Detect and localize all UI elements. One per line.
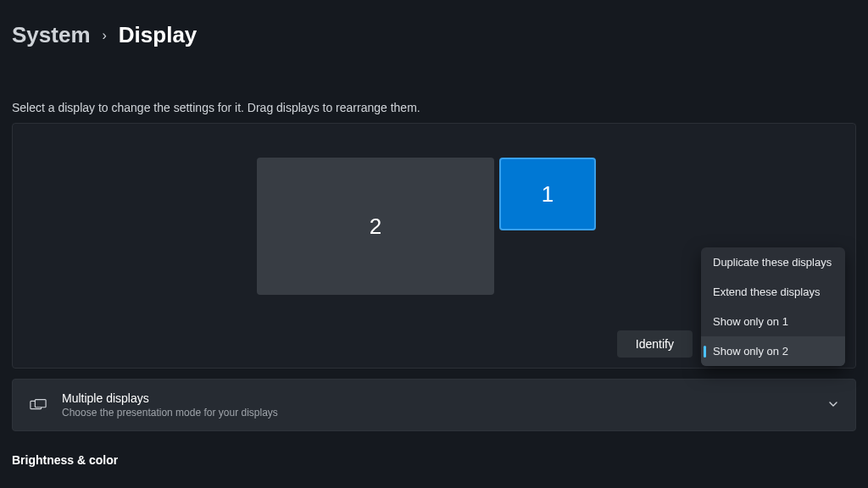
multiple-displays-text: Multiple displays Choose the presentatio… [62, 391, 813, 419]
dropdown-option-duplicate[interactable]: Duplicate these displays [701, 247, 845, 277]
multiple-displays-row[interactable]: Multiple displays Choose the presentatio… [12, 379, 856, 431]
monitor-tile-2[interactable]: 2 [257, 158, 494, 295]
svg-rect-1 [35, 400, 46, 408]
display-arrangement-panel: 2 1 Identify Duplicate these displays Ex… [12, 123, 856, 369]
dropdown-option-show-only-1[interactable]: Show only on 1 [701, 307, 845, 336]
identify-button[interactable]: Identify [617, 330, 693, 358]
display-mode-dropdown: Duplicate these displays Extend these di… [701, 247, 845, 366]
chevron-down-icon [828, 399, 838, 412]
breadcrumb: System › Display [0, 0, 868, 48]
dropdown-option-extend[interactable]: Extend these displays [701, 277, 845, 307]
monitor-tile-1[interactable]: 1 [499, 158, 596, 230]
dropdown-option-show-only-2[interactable]: Show only on 2 [701, 336, 845, 366]
brightness-color-header: Brightness & color [0, 453, 868, 467]
arrangement-instruction: Select a display to change the settings … [0, 101, 868, 114]
breadcrumb-parent[interactable]: System [12, 22, 91, 48]
multiple-displays-subtitle: Choose the presentation mode for your di… [62, 407, 813, 419]
chevron-right-icon: › [103, 28, 107, 43]
multiple-displays-title: Multiple displays [62, 391, 813, 405]
breadcrumb-current: Display [119, 22, 198, 48]
displays-icon [30, 398, 47, 412]
